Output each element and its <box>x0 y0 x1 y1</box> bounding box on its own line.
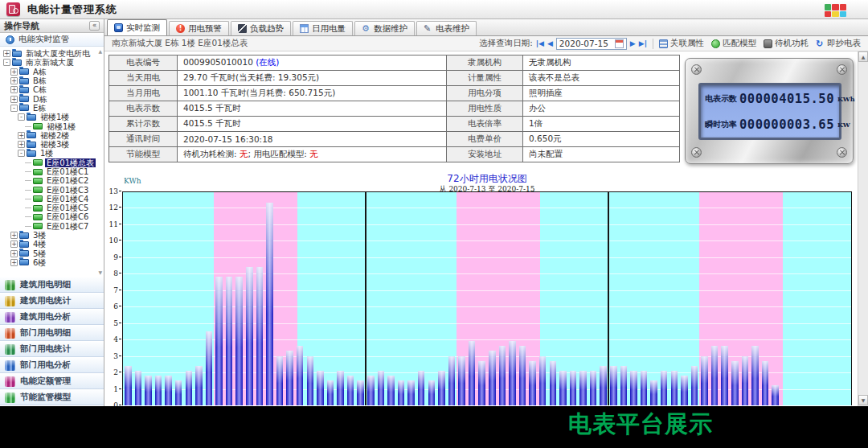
expand-icon[interactable]: + <box>10 96 18 103</box>
folder-icon <box>19 232 29 239</box>
table-label-cell: 电表倍率 <box>447 117 523 132</box>
folder-icon <box>19 250 29 257</box>
button-关联属性[interactable]: 关联属性 <box>659 38 704 49</box>
tab-label: 负载趋势 <box>250 23 284 35</box>
tree-item[interactable]: +A栋 <box>2 68 104 76</box>
meter-icon <box>33 223 43 229</box>
sidebar-item-realtime-supervision[interactable]: 电能实时监管 <box>0 33 104 47</box>
expand-icon[interactable]: + <box>10 250 18 257</box>
refresh-icon <box>816 39 825 48</box>
date-prev-button[interactable]: ◀ <box>547 39 553 48</box>
expand-icon[interactable]: + <box>10 77 18 84</box>
section-label: 建筑用电明细 <box>20 279 71 290</box>
usage-bar-h59 <box>721 346 728 405</box>
section-部门用电分析[interactable]: 部门用电分析 <box>0 357 104 373</box>
expand-icon[interactable]: + <box>10 86 18 93</box>
calendar-picker-icon[interactable] <box>615 39 624 48</box>
tree-item[interactable]: 裙楼1楼 <box>2 121 104 130</box>
meter-icon <box>33 187 43 193</box>
collapse-icon[interactable]: - <box>18 150 25 157</box>
org-tree: +新城大厦变电所电-南京新城大厦+A栋+B栋+C栋+D栋-E栋-裙楼1楼裙楼1楼… <box>0 47 104 277</box>
usage-bar-h21 <box>337 371 344 405</box>
tree-scroll-down-icon[interactable]: ▼ <box>98 270 102 275</box>
tab-实时监测[interactable]: 实时监测 <box>107 19 167 35</box>
tree-item[interactable]: +5楼 <box>2 249 104 258</box>
tree-scroll-up-icon[interactable]: ▲ <box>98 49 102 54</box>
folder-icon <box>19 78 29 84</box>
expand-icon[interactable]: + <box>10 68 18 76</box>
section-建筑用电统计[interactable]: 建筑用电统计 <box>0 293 104 309</box>
expand-icon[interactable]: + <box>10 232 18 239</box>
tree-item[interactable]: E座01楼C5 <box>2 203 104 212</box>
button-匹配模型[interactable]: 匹配模型 <box>711 38 756 49</box>
tree-item[interactable]: +新城大厦变电所电 <box>2 49 104 58</box>
tab-电表维护[interactable]: 电表维护 <box>416 21 477 35</box>
scroll-down-arrow-icon[interactable]: ▼ <box>858 395 868 405</box>
value-text: 4015.5 千瓦时 <box>183 118 241 128</box>
section-部门用电统计[interactable]: 部门用电统计 <box>0 341 104 357</box>
usage-bar-h15 <box>276 356 284 405</box>
button-即抄电表[interactable]: 即抄电表 <box>816 38 861 49</box>
expand-icon[interactable]: + <box>3 50 10 57</box>
tree-item[interactable]: +C栋 <box>2 85 104 94</box>
tree-item[interactable]: E座01楼C1 <box>2 167 104 176</box>
section-电能定额管理[interactable]: 电能定额管理 <box>0 373 104 389</box>
expand-icon[interactable]: + <box>18 132 25 139</box>
tree-item[interactable]: E座01楼C6 <box>2 212 104 221</box>
collapse-icon[interactable]: - <box>18 113 25 121</box>
tree-item[interactable]: +4楼 <box>2 240 104 249</box>
tree-item-label: 4楼 <box>31 240 47 249</box>
usage-bar-h8 <box>206 331 213 405</box>
tab-日用电量[interactable]: 日用电量 <box>293 21 353 35</box>
scroll-up-arrow-icon[interactable]: ▲ <box>858 51 868 62</box>
date-first-button[interactable]: |◀ <box>536 39 544 48</box>
date-next-button[interactable]: ▶ <box>630 39 636 48</box>
date-input[interactable]: 2020-07-15 <box>556 38 627 50</box>
usage-bar-h29 <box>418 371 425 405</box>
tree-item[interactable]: E座01楼C4 <box>2 195 104 203</box>
section-节能监管模型[interactable]: 节能监管模型 <box>0 389 104 405</box>
tab-数据维护[interactable]: 数据维护 <box>354 21 415 35</box>
monitor-icon <box>114 23 123 32</box>
tab-负载趋势[interactable]: 负载趋势 <box>231 21 291 35</box>
button-待机功耗[interactable]: 待机功耗 <box>764 38 809 49</box>
button-label: 待机功耗 <box>775 38 809 49</box>
tree-item[interactable]: -E栋 <box>2 104 104 113</box>
expand-icon[interactable]: + <box>10 259 18 266</box>
apps-grid-icon[interactable] <box>825 4 846 17</box>
sidebar-title: 操作导航 <box>4 20 39 32</box>
section-建筑用电明细[interactable]: 建筑用电明细 <box>0 277 104 293</box>
app-title: 电能计量管理系统 <box>27 2 117 17</box>
tree-item[interactable]: -1楼 <box>2 149 104 158</box>
expand-icon[interactable]: + <box>18 141 25 148</box>
tree-item[interactable]: E座01楼总表 <box>2 158 104 167</box>
usage-bar-h40 <box>529 361 536 405</box>
tree-item[interactable]: +3楼 <box>2 231 104 240</box>
tree-item[interactable]: -裙楼1楼 <box>2 113 104 121</box>
collapse-icon[interactable]: - <box>10 105 18 112</box>
section-label: 节能监管模型 <box>20 392 71 403</box>
value-text: 1001.10 千瓦时(当月耗费: 650.715元) <box>183 88 335 97</box>
tree-item[interactable]: -南京新城大厦 <box>2 58 104 67</box>
expand-icon[interactable]: + <box>10 240 18 248</box>
tree-item[interactable]: +裙楼3楼 <box>2 140 104 149</box>
collapse-icon[interactable]: - <box>3 59 10 66</box>
usage-bar-h64 <box>772 385 779 405</box>
tree-item[interactable]: E座01楼C3 <box>2 185 104 194</box>
tree-item[interactable]: +6楼 <box>2 258 104 267</box>
tree-item[interactable]: E座01楼C2 <box>2 176 104 185</box>
tab-用电预警[interactable]: 用电预警 <box>169 21 229 35</box>
section-建筑用电分析[interactable]: 建筑用电分析 <box>0 309 104 325</box>
tree-item[interactable]: +D栋 <box>2 94 104 103</box>
tree-item[interactable]: +裙楼2楼 <box>2 131 104 140</box>
tree-item[interactable]: +B栋 <box>2 76 104 85</box>
section-部门用电明细[interactable]: 部门用电明细 <box>0 325 104 341</box>
divider <box>653 39 653 49</box>
y-axis-unit-label: KWh <box>124 177 141 185</box>
sidebar-collapse-button[interactable]: « <box>89 21 100 31</box>
value-text: 4015.5 千瓦时 <box>183 103 241 113</box>
tree-item[interactable]: E座01楼C7 <box>2 222 104 231</box>
date-last-button[interactable]: ▶| <box>639 39 647 48</box>
tree-item-label: E座01楼C3 <box>45 186 90 195</box>
vertical-scrollbar[interactable]: ▲ ▼ <box>858 51 868 448</box>
